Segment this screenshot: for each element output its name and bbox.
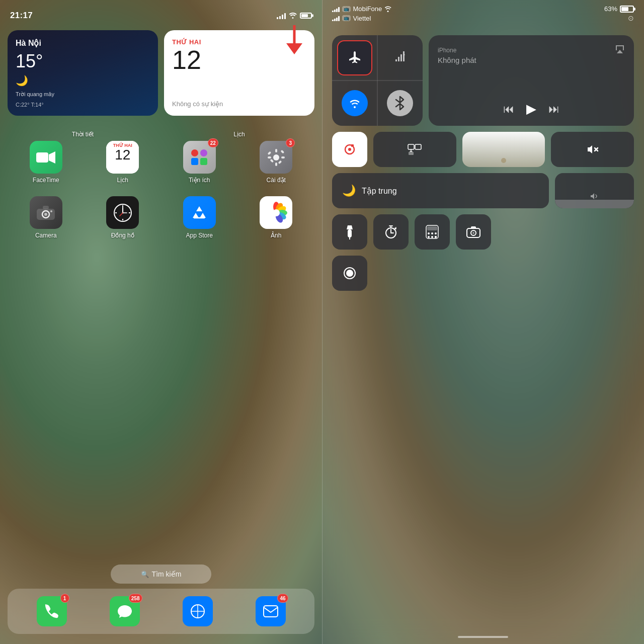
app-appstore[interactable]: App Store xyxy=(161,196,238,239)
svg-rect-9 xyxy=(275,149,277,152)
svg-point-62 xyxy=(435,232,437,234)
cc-timer-btn[interactable] xyxy=(373,214,409,250)
cc-orientation-btn[interactable] xyxy=(332,132,367,167)
cc-screen-record-btn[interactable] xyxy=(332,256,367,291)
calendar-app-label: Lịch xyxy=(117,177,128,184)
svg-point-64 xyxy=(431,236,433,238)
cc-signal-1 xyxy=(332,6,340,12)
clock-icon xyxy=(106,196,139,229)
cc-cellular-cell xyxy=(377,35,423,80)
app-settings[interactable]: 3 Cài đặt xyxy=(238,141,315,184)
cc-connectivity-block xyxy=(332,35,423,126)
app-camera[interactable]: Camera xyxy=(8,196,85,239)
svg-rect-16 xyxy=(280,149,284,153)
svg-rect-67 xyxy=(471,226,476,229)
app-utilities[interactable]: 22 Tiện ích xyxy=(161,141,238,184)
cc-brightness-slider[interactable] xyxy=(462,132,545,167)
cc-wifi-cell xyxy=(332,80,377,126)
cc-mute-btn[interactable] xyxy=(551,132,634,167)
dock-phone-icon: 1 xyxy=(37,596,67,626)
app-photos[interactable]: Ảnh xyxy=(238,196,315,239)
cc-battery-icon xyxy=(620,6,634,13)
dock-phone-badge: 1 xyxy=(60,594,69,603)
dock-app-messages[interactable]: 258 xyxy=(110,596,140,626)
svg-rect-51 xyxy=(348,229,352,237)
signal-icon xyxy=(277,12,286,19)
cc-play-btn[interactable]: ▶ xyxy=(526,101,536,117)
svg-point-69 xyxy=(472,232,474,234)
cc-volume-slider[interactable] xyxy=(555,173,634,208)
cc-media-controls: ⏮ ▶ ⏭ xyxy=(438,101,625,117)
cc-quick-camera-btn[interactable] xyxy=(456,214,491,250)
app-grid: FaceTime THỨ HAI 12 Lịch 22 xyxy=(8,141,314,239)
cc-status-bar: 📺 MobiFone 63% 📺 Viettel xyxy=(322,0,644,30)
camera-label: Camera xyxy=(35,232,57,239)
facetime-label: FaceTime xyxy=(33,177,59,184)
control-center: 📺 MobiFone 63% 📺 Viettel xyxy=(322,0,644,644)
dock-app-phone[interactable]: 1 xyxy=(37,596,67,626)
cc-last-row xyxy=(332,256,634,291)
photos-icon xyxy=(260,196,292,229)
appstore-label: App Store xyxy=(186,232,213,239)
utilities-badge: 22 xyxy=(208,138,218,147)
dock-app-mail[interactable]: 46 xyxy=(256,596,286,626)
cc-media-source: iPhone xyxy=(438,47,456,54)
weather-temp: 15° xyxy=(16,52,150,70)
cc-battery-pct: 63% xyxy=(604,5,617,13)
cc-flashlight-btn[interactable] xyxy=(332,214,367,250)
cc-bt-btn[interactable] xyxy=(387,90,413,116)
svg-point-61 xyxy=(431,232,433,234)
home-screen: 21:17 Hà Nội xyxy=(0,0,322,644)
svg-rect-15 xyxy=(270,158,274,163)
cc-second-row xyxy=(332,132,634,167)
svg-point-8 xyxy=(273,154,279,160)
cc-carrier2-name: Viettel xyxy=(353,15,371,22)
cc-focus-label: Tập trung xyxy=(362,186,397,196)
cc-airplane-cell xyxy=(332,35,377,80)
cc-icon-row xyxy=(332,214,634,250)
app-facetime[interactable]: FaceTime xyxy=(8,141,85,184)
cc-media-title: Không phát xyxy=(438,56,625,64)
cc-home-indicator xyxy=(458,636,508,638)
cc-carrier-mobifone: 📺 MobiFone xyxy=(332,5,391,13)
appstore-icon xyxy=(183,196,216,229)
svg-marker-42 xyxy=(194,608,200,614)
annotation-arrow xyxy=(284,25,304,60)
dock-mail-badge: 46 xyxy=(277,594,288,603)
search-placeholder: Tìm kiếm xyxy=(152,570,182,578)
widgets-row: Hà Nội 15° 🌙 Trời quang mây C:22° T:14° … xyxy=(8,30,314,127)
svg-marker-3 xyxy=(49,151,55,164)
search-bar[interactable]: 🔍 Tìm kiếm xyxy=(111,565,211,584)
camera-icon xyxy=(30,196,62,229)
weather-range: C:22° T:14° xyxy=(16,102,150,108)
cc-calculator-btn[interactable] xyxy=(415,214,450,250)
settings-badge: 3 xyxy=(286,138,295,147)
cc-mirror-btn[interactable] xyxy=(373,132,456,167)
clock-label: Đồng hồ xyxy=(111,232,134,239)
cc-airplay-icon[interactable] xyxy=(615,44,625,56)
calendar-app-icon: THỨ HAI 12 xyxy=(106,141,139,174)
cc-prev-btn[interactable]: ⏮ xyxy=(503,103,514,116)
svg-rect-2 xyxy=(36,152,48,163)
dock-safari-icon xyxy=(183,596,213,626)
cc-next-btn[interactable]: ⏭ xyxy=(548,103,559,116)
dock-app-safari[interactable] xyxy=(183,596,213,626)
cc-cellular-btn[interactable] xyxy=(382,40,418,75)
calendar-event: Không có sự kiện xyxy=(172,100,306,108)
app-calendar[interactable]: THỨ HAI 12 Lịch xyxy=(85,141,162,184)
svg-line-30 xyxy=(120,213,123,216)
app-clock[interactable]: Đồng hồ xyxy=(85,196,162,239)
cc-wifi-btn[interactable] xyxy=(342,90,368,116)
cc-media-player: iPhone Không phát ⏮ ▶ ⏭ xyxy=(429,35,634,126)
panel-divider xyxy=(322,0,323,644)
cc-moon-icon: 🌙 xyxy=(342,184,356,197)
svg-rect-18 xyxy=(43,206,49,209)
cc-airplane-btn[interactable] xyxy=(337,40,372,75)
svg-rect-12 xyxy=(281,156,285,158)
utilities-icon: 22 xyxy=(183,141,216,174)
photos-label: Ảnh xyxy=(271,232,281,239)
cc-focus-btn[interactable]: 🌙 Tập trung xyxy=(332,173,549,208)
svg-point-71 xyxy=(346,270,353,277)
weather-widget[interactable]: Hà Nội 15° 🌙 Trời quang mây C:22° T:14° xyxy=(8,30,158,116)
svg-rect-48 xyxy=(409,152,414,155)
